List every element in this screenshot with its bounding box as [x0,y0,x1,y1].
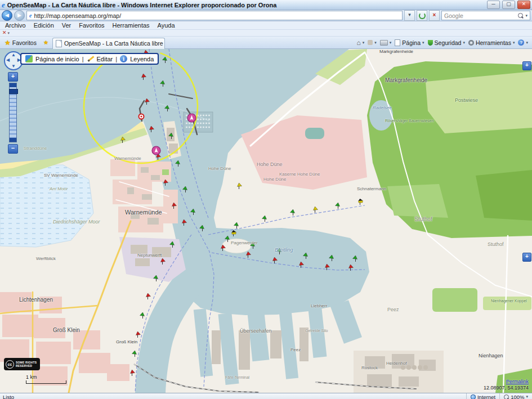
command-bar: ⌂▾ ▾ ▾ Página▾ Seguridad▾ Herramientas▾ … [357,39,530,46]
scale-label: 1 km [26,374,37,380]
pan-zoom-control[interactable]: ▲ ▼ ◀ ▶ + − [3,51,25,154]
globe-icon [471,394,476,399]
title-bar: e OpenSeaMap - La Carta Náutica libre - … [0,0,532,10]
zoom-in-button[interactable]: + [8,72,18,82]
pan-south-icon[interactable]: ▼ [11,64,16,69]
search-placeholder: Google [444,12,516,19]
tab-openseamap[interactable]: OpenSeaMap - La Carta Náutica libre [52,38,165,49]
security-zone: Internet [466,393,499,399]
stop-button[interactable]: × [429,10,440,21]
zoom-dropdown-icon[interactable]: ▾ [526,394,528,399]
home-icon: ⌂ [357,39,361,46]
url-text: http://map.openseamap.org/map/ [34,12,121,19]
zone-label: Internet [477,394,495,399]
menu-archivo[interactable]: Archivo [1,21,30,29]
search-box[interactable]: Google ▾ [441,11,530,20]
refresh-icon [419,12,426,19]
addon-dropdown-icon[interactable]: ▾ [8,31,10,35]
address-field[interactable]: e http://map.openseamap.org/map/ [26,11,403,20]
zoom-slider-handle[interactable] [9,89,18,94]
zoom-slider-top-cap [10,83,16,87]
shield-icon [428,40,433,46]
favorites-bar: ★ Favoritos ★ OpenSeaMap - La Carta Náut… [0,37,532,49]
menu-herramientas[interactable]: Herramientas [109,21,154,29]
menu-favoritos[interactable]: Favoritos [75,21,108,29]
cc-license-badge[interactable]: cc SOME RIGHTS RESERVED [4,358,40,370]
safety-menu-button[interactable]: Seguridad▾ [428,39,465,46]
home-page-link[interactable]: Página de inicio [35,56,79,62]
search-dropdown-icon[interactable]: ▾ [525,14,527,18]
menu-ayuda[interactable]: Ayuda [154,21,179,29]
page-icon [395,39,400,46]
help-icon: ? [518,39,524,46]
menu-bar: Archivo Edición Ver Favoritos Herramient… [0,21,532,30]
addon-close-icon[interactable]: ✕ [2,30,7,35]
rss-icon [368,40,373,45]
legend-info-icon: i [120,55,127,62]
feeds-button[interactable]: ▾ [368,40,377,45]
zoom-control[interactable]: 100% ▾ [499,393,532,399]
zoom-lens-icon [504,394,509,399]
add-favorite-button[interactable]: ★ [41,38,51,48]
tools-menu-button[interactable]: Herramientas▾ [468,39,515,46]
address-dropdown-button[interactable]: ▾ [404,10,415,21]
scale-bar: 1 km [26,374,66,384]
status-text: Listo [0,394,466,399]
layer-switcher-button-top[interactable]: + [522,61,531,70]
pan-north-icon[interactable]: ▲ [11,53,16,57]
forward-button[interactable]: ▶ [14,10,25,21]
minimize-button[interactable]: ─ [487,1,500,9]
favorites-star-icon: ★ [5,39,11,46]
address-bar: ◀ ▶ e http://map.openseamap.org/map/ ▾ ×… [0,10,532,21]
status-bar: Listo Internet 100% ▾ [0,393,532,399]
ie-logo-icon: e [2,1,5,8]
cc-icon: cc [6,360,14,369]
zoom-level: 100% [511,394,524,399]
zoom-slider[interactable] [9,83,17,142]
stop-icon: × [433,12,436,18]
cursor-coordinates: 12.08907, 54.19374 [484,385,529,391]
menu-ver[interactable]: Ver [58,21,75,29]
page-menu-button[interactable]: Página▾ [395,39,424,46]
back-button[interactable]: ◀ [2,10,12,21]
license-line2: RESERVED [16,364,32,367]
home-page-icon [25,55,33,62]
print-button[interactable]: ▾ [380,40,392,46]
map-canvas[interactable] [0,49,532,393]
help-button[interactable]: ?▾ [518,39,528,46]
zoom-slider-bottom-cap [10,138,16,142]
close-button[interactable]: ✕ [517,1,530,9]
layer-switcher-button-middle[interactable]: + [522,253,531,262]
zoom-out-button[interactable]: − [8,144,18,154]
home-button[interactable]: ⌂▾ [357,39,365,46]
menu-edicion[interactable]: Edición [30,21,58,29]
favorites-button[interactable]: ★ Favoritos [2,38,39,48]
tab-title: OpenSeaMap - La Carta Náutica libre [64,40,163,47]
tab-page-icon [56,40,62,47]
edit-pencil-icon [87,55,94,62]
gear-icon [468,40,474,46]
pan-west-icon[interactable]: ◀ [6,58,10,62]
scale-bar-line [26,380,66,384]
permalink-link[interactable]: Permalink [506,379,529,384]
favorites-label: Favoritos [12,39,37,46]
print-icon [380,40,388,46]
edit-link[interactable]: Editar [97,56,113,62]
openseamap-toolbar: Página de inicio | Editar | i Leyenda [20,53,159,65]
add-favorite-star-icon: ★ [43,39,48,46]
addon-toolbar: ✕ ▾ [0,30,532,37]
search-icon[interactable] [518,13,523,18]
site-favicon: e [29,12,32,19]
window-title: OpenSeaMap - La Carta Náutica libre - Wi… [7,2,485,8]
map-viewport[interactable]: StranddüneWarnemündeSV WarnemündeAm Moor… [0,49,532,393]
legend-link[interactable]: Leyenda [130,56,154,62]
refresh-button[interactable] [417,10,427,21]
maximize-button[interactable]: ▢ [502,1,515,9]
